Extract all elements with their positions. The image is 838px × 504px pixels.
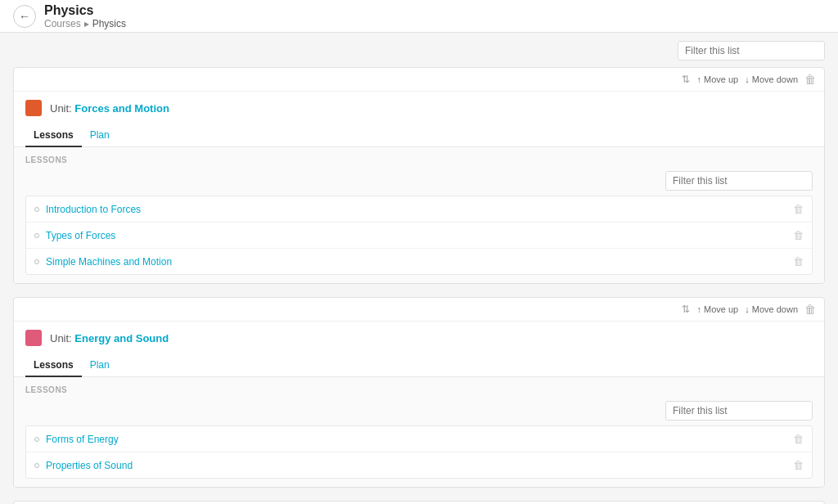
unit-label: Unit: Forces and Motion	[50, 102, 169, 115]
lesson-name[interactable]: Properties of Sound	[46, 460, 786, 471]
unit-tabs-2: LessonsPlan	[14, 354, 824, 377]
lesson-delete-button[interactable]: 🗑	[793, 255, 804, 268]
unit-control-bar-2: ⇅ ↑ Move up ↓ Move down 🗑	[14, 298, 824, 322]
lessons-filter-row-2	[25, 401, 813, 421]
unit-delete-button[interactable]: 🗑	[804, 73, 816, 86]
list-item: Forms of Energy 🗑	[26, 426, 812, 452]
lessons-label: LESSONS	[25, 155, 813, 164]
lesson-dot	[34, 437, 39, 442]
unit-delete-button[interactable]: 🗑	[804, 303, 816, 316]
back-button[interactable]: ←	[13, 5, 36, 28]
sort-icon[interactable]: ⇅	[682, 74, 690, 85]
unit-name[interactable]: Forces and Motion	[74, 102, 169, 115]
unit-title-row-1: Unit: Forces and Motion	[14, 92, 824, 124]
list-item: Introduction to Forces 🗑	[26, 196, 812, 223]
lesson-name[interactable]: Types of Forces	[46, 230, 786, 241]
lesson-delete-button[interactable]: 🗑	[793, 459, 804, 471]
main-content: ⇅ ↑ Move up ↓ Move down 🗑 Unit: Forces a…	[0, 33, 838, 504]
unit-color-box	[25, 100, 42, 116]
move-down-button[interactable]: ↓ Move down	[745, 304, 798, 314]
unit-color-box	[25, 330, 42, 346]
lesson-delete-button[interactable]: 🗑	[793, 229, 804, 241]
header-left: Physics Courses ▸ Physics	[44, 3, 126, 29]
top-filter-bar	[13, 41, 825, 61]
lesson-dot	[34, 207, 39, 212]
unit-control-bar-1: ⇅ ↑ Move up ↓ Move down 🗑	[14, 68, 824, 92]
unit-card-2: ⇅ ↑ Move up ↓ Move down 🗑 Unit: Energy a…	[13, 297, 825, 488]
lesson-dot	[34, 233, 39, 238]
tab-plan[interactable]: Plan	[82, 354, 118, 377]
lessons-section-2: LESSONS Forms of Energy 🗑 Properties of …	[14, 377, 824, 487]
lesson-list-2: Forms of Energy 🗑 Properties of Sound 🗑	[25, 425, 813, 479]
breadcrumb-separator: ▸	[84, 18, 89, 29]
units-container: ⇅ ↑ Move up ↓ Move down 🗑 Unit: Forces a…	[13, 67, 825, 504]
lesson-dot	[34, 259, 39, 264]
tab-lessons[interactable]: Lessons	[25, 354, 82, 377]
tab-plan[interactable]: Plan	[82, 124, 118, 147]
page-header: ← Physics Courses ▸ Physics	[0, 0, 838, 33]
lesson-dot	[34, 463, 39, 468]
lessons-filter-row-1	[25, 171, 813, 191]
lessons-label: LESSONS	[25, 385, 813, 394]
move-up-button[interactable]: ↑ Move up	[696, 74, 738, 84]
back-icon: ←	[19, 10, 30, 23]
page-title: Physics	[44, 3, 126, 18]
lessons-filter-input-1[interactable]	[665, 171, 813, 191]
list-item: Properties of Sound 🗑	[26, 452, 812, 478]
breadcrumb: Courses ▸ Physics	[44, 18, 126, 29]
lesson-name[interactable]: Simple Machines and Motion	[46, 256, 786, 268]
unit-card-3: ⇅ ↑ Move up ↓ Move down 🗑 Unit: Light an…	[13, 501, 825, 504]
list-item: Types of Forces 🗑	[26, 223, 812, 249]
move-down-button[interactable]: ↓ Move down	[745, 74, 798, 84]
unit-tabs-1: LessonsPlan	[14, 124, 824, 147]
sort-icon[interactable]: ⇅	[682, 304, 690, 315]
unit-title-row-2: Unit: Energy and Sound	[14, 322, 824, 354]
list-item: Simple Machines and Motion 🗑	[26, 249, 812, 274]
tab-lessons[interactable]: Lessons	[25, 124, 82, 147]
lesson-list-1: Introduction to Forces 🗑 Types of Forces…	[25, 196, 813, 275]
lesson-name[interactable]: Forms of Energy	[46, 434, 786, 445]
lesson-delete-button[interactable]: 🗑	[793, 433, 804, 445]
move-up-button[interactable]: ↑ Move up	[696, 304, 738, 314]
lessons-filter-input-2[interactable]	[665, 401, 813, 421]
unit-label: Unit: Energy and Sound	[50, 332, 169, 344]
unit-card-1: ⇅ ↑ Move up ↓ Move down 🗑 Unit: Forces a…	[13, 67, 825, 284]
breadcrumb-current: Physics	[92, 18, 126, 29]
lessons-section-1: LESSONS Introduction to Forces 🗑 Types o…	[14, 147, 824, 283]
unit-name[interactable]: Energy and Sound	[74, 332, 169, 344]
breadcrumb-courses[interactable]: Courses	[44, 18, 81, 29]
top-filter-input[interactable]	[678, 41, 825, 61]
lesson-name[interactable]: Introduction to Forces	[46, 204, 786, 215]
lesson-delete-button[interactable]: 🗑	[793, 203, 804, 215]
